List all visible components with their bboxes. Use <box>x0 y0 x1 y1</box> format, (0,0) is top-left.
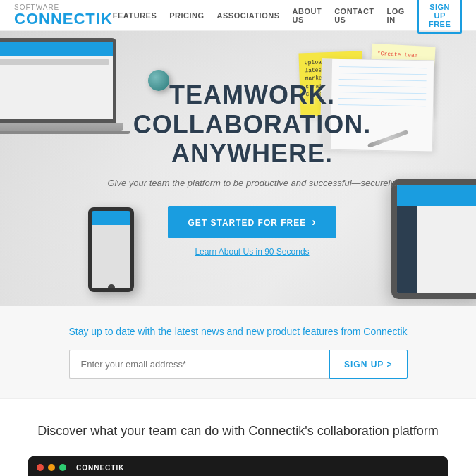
app-logo: CONNECTIK <box>76 464 124 472</box>
logo: SOFTWARE CONNECTIK <box>14 4 113 27</box>
laptop-base <box>0 123 123 131</box>
hero-cta-button[interactable]: GET STARTED FOR FREE <box>168 206 336 238</box>
hero-text-block: TEAMWORK. COLLABORATION. ANYWHERE. Give … <box>107 80 396 257</box>
window-minimize-dot <box>48 464 55 471</box>
newsletter-email-input[interactable] <box>69 350 330 379</box>
window-close-dot <box>37 464 44 471</box>
window-maximize-dot <box>59 464 66 471</box>
notebook-line <box>339 73 427 75</box>
logo-name: CONNECTIK <box>14 10 113 28</box>
tablet-sidebar <box>397 206 417 293</box>
hero-headline-line1: TEAMWORK. <box>169 80 335 109</box>
hero-subheadline: Give your team the platform to be produc… <box>107 176 396 190</box>
tablet-content <box>417 206 476 293</box>
nav-login[interactable]: LOG IN <box>387 7 405 24</box>
hero-headline: TEAMWORK. COLLABORATION. ANYWHERE. <box>107 80 396 168</box>
hero-headline-line2: COLLABORATION. <box>133 110 371 139</box>
nav-signup-button[interactable]: SIGN UP FREE <box>417 0 462 34</box>
hero-section: Upload the latest marketing strategy to … <box>0 31 476 306</box>
tablet-mockup <box>391 179 476 299</box>
nav-features[interactable]: FEATURES <box>113 11 157 20</box>
hero-headline-line3: ANYWHERE. <box>171 139 333 168</box>
nav-associations[interactable]: ASSOCIATIONS <box>217 11 280 20</box>
notebook-line <box>339 66 427 68</box>
tablet-screen <box>397 185 476 293</box>
platform-section: Discover what your team can do with Conn… <box>0 399 476 476</box>
nav-pricing[interactable]: PRICING <box>169 11 204 20</box>
laptop-screen-content <box>0 42 113 119</box>
newsletter-form: SIGN UP > <box>69 350 408 379</box>
app-topbar: CONNECTIK <box>28 456 448 476</box>
phone-home-button <box>108 284 115 291</box>
newsletter-title: Stay up to date with the latest news and… <box>28 326 448 337</box>
nav-links: FEATURES PRICING ASSOCIATIONS ABOUT US C… <box>113 0 463 34</box>
laptop-screen <box>0 38 116 123</box>
nav-about[interactable]: ABOUT US <box>293 7 322 24</box>
navbar: SOFTWARE CONNECTIK FEATURES PRICING ASSO… <box>0 0 476 31</box>
nav-contact[interactable]: CONTACT US <box>334 7 374 24</box>
platform-preview: CONNECTIK Chat Sites Activity Feed Files <box>28 456 448 476</box>
newsletter-section: Stay up to date with the latest news and… <box>0 306 476 399</box>
newsletter-signup-button[interactable]: SIGN UP > <box>329 350 407 379</box>
platform-title: Discover what your team can do with Conn… <box>28 424 448 439</box>
hero-learn-link[interactable]: Learn About Us in 90 Seconds <box>107 247 396 257</box>
